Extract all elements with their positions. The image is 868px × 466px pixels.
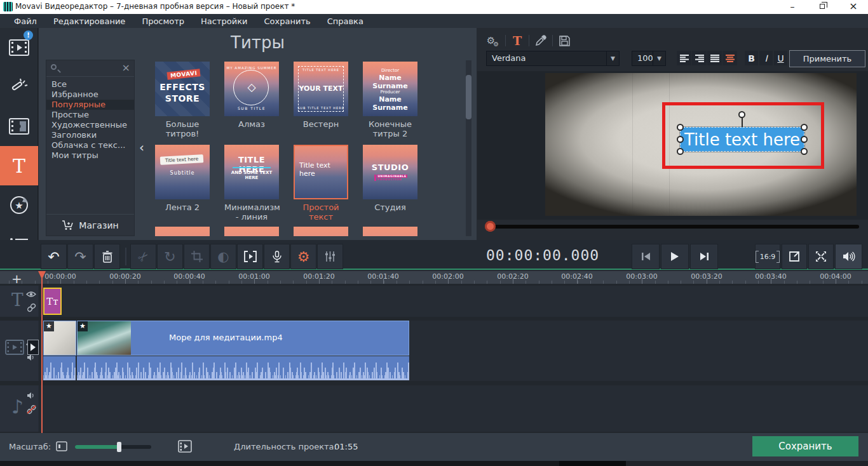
align-right-button[interactable] bbox=[692, 51, 707, 65]
resize-handle-top-left[interactable] bbox=[677, 124, 684, 131]
category-artistic[interactable]: Художественные bbox=[46, 120, 134, 130]
font-family-select[interactable]: Verdana ▼ bbox=[486, 51, 620, 66]
transition-marker[interactable] bbox=[27, 340, 39, 355]
color-picker-button[interactable] bbox=[533, 33, 548, 48]
sidebar-item-filters[interactable] bbox=[0, 67, 38, 107]
timeline-ruler[interactable]: 00:00:00 00:00:20 00:00:40 00:01:00 00:0… bbox=[0, 271, 868, 284]
aspect-ratio-button[interactable]: 16:9 bbox=[755, 244, 780, 269]
minimize-button[interactable]: – bbox=[778, 0, 807, 14]
menu-edit[interactable]: Редактирование bbox=[46, 15, 133, 27]
template-end-credits-2[interactable]: Director Name Surname Producer Name Surn… bbox=[363, 62, 417, 138]
resize-handle-mid-left[interactable] bbox=[677, 136, 684, 143]
category-simple[interactable]: Простые bbox=[46, 110, 134, 120]
template-ribbon-2[interactable]: Title text here Subtitle Лента 2 bbox=[155, 145, 210, 212]
playhead-line[interactable] bbox=[41, 271, 43, 433]
bold-button[interactable]: B bbox=[745, 51, 758, 65]
category-my-titles[interactable]: Мои титры bbox=[46, 150, 134, 161]
color-adjust-button[interactable]: ◐ bbox=[210, 244, 236, 269]
category-favorites[interactable]: Избранное bbox=[46, 90, 134, 100]
video-clip-2[interactable]: ★ Море для медитации.mp4 bbox=[77, 321, 409, 356]
split-button[interactable]: ✂ bbox=[130, 244, 156, 269]
timeline-zoom-slider[interactable] bbox=[75, 445, 151, 449]
next-frame-button[interactable] bbox=[690, 244, 718, 269]
text-properties-button[interactable]: T bbox=[510, 33, 525, 48]
template-minimalism-line[interactable]: TITLE HERE AND SOME TEXT HERE Минимализм… bbox=[224, 145, 279, 222]
template-partial[interactable] bbox=[155, 227, 210, 236]
playhead-marker[interactable] bbox=[38, 271, 46, 279]
video-clip-1[interactable]: ★ bbox=[43, 321, 76, 356]
audio-track-unlink-toggle[interactable] bbox=[27, 404, 36, 415]
previous-frame-button[interactable] bbox=[632, 244, 660, 269]
delete-button[interactable] bbox=[94, 244, 120, 269]
title-track-visibility-toggle[interactable] bbox=[26, 291, 36, 298]
search-input[interactable] bbox=[62, 62, 119, 74]
detach-preview-button[interactable] bbox=[782, 244, 807, 269]
template-diamond[interactable]: MY AMAZING SUMMER ◇ SUB TITLE Алмаз bbox=[224, 62, 279, 129]
templates-scrollbar[interactable] bbox=[466, 60, 471, 236]
template-partial[interactable] bbox=[363, 227, 417, 236]
audio-waveform-2[interactable] bbox=[77, 356, 409, 380]
resize-handle-bottom-left[interactable] bbox=[677, 148, 684, 155]
crop-button[interactable] bbox=[184, 244, 210, 269]
record-audio-button[interactable] bbox=[264, 244, 290, 269]
category-popular[interactable]: Популярные bbox=[46, 100, 134, 110]
resize-handle-bottom-right[interactable] bbox=[801, 148, 808, 155]
template-studio[interactable]: STUDIOUNIMAGINABLEPRODUCTION Студия bbox=[363, 145, 417, 212]
sidebar-item-stickers[interactable]: ★ bbox=[0, 185, 38, 225]
font-size-select[interactable]: 100 ▼ bbox=[632, 51, 666, 66]
rotate-button[interactable]: ↻ bbox=[157, 244, 183, 269]
align-justify-button[interactable] bbox=[707, 51, 722, 65]
collapse-panel-icon[interactable]: ‹ bbox=[139, 140, 144, 155]
close-button[interactable]: × bbox=[839, 0, 868, 14]
sidebar-item-transitions[interactable] bbox=[0, 107, 38, 146]
transition-wizard-button[interactable] bbox=[237, 244, 263, 269]
template-more-titles[interactable]: MOVAVI EFFECTS STORE Больше титров! bbox=[155, 62, 210, 138]
template-western[interactable]: TITLE TEXT HERE YOUR TEXT SUB TITLE TEXT… bbox=[294, 62, 348, 129]
audio-levels-button[interactable] bbox=[317, 244, 343, 269]
align-left-button[interactable] bbox=[677, 51, 691, 65]
apply-button[interactable]: Применить bbox=[789, 50, 865, 67]
menu-help[interactable]: Справка bbox=[320, 15, 371, 27]
italic-button[interactable]: I bbox=[759, 51, 773, 65]
audio-track-mute-toggle[interactable] bbox=[27, 392, 36, 399]
redo-button[interactable]: ↷ bbox=[67, 244, 93, 269]
category-headings[interactable]: Заголовки bbox=[46, 130, 134, 140]
menu-file[interactable]: Файл bbox=[6, 15, 44, 27]
scrollbar-thumb[interactable] bbox=[466, 75, 471, 119]
zoom-out-button[interactable] bbox=[56, 441, 67, 451]
clip-settings-button[interactable]: ⚙ bbox=[290, 244, 316, 269]
resize-handle-mid-right[interactable] bbox=[801, 136, 808, 143]
restore-button[interactable] bbox=[808, 0, 837, 14]
undo-button[interactable]: ↶ bbox=[41, 244, 67, 269]
audio-waveform-1[interactable] bbox=[43, 356, 76, 380]
play-button[interactable] bbox=[661, 244, 689, 269]
menu-save[interactable]: Сохранить bbox=[257, 15, 318, 27]
save-preset-button[interactable] bbox=[557, 33, 572, 48]
sidebar-item-media[interactable]: ! bbox=[0, 28, 38, 67]
category-speech-bubbles[interactable]: Облачка с текс... bbox=[46, 140, 134, 150]
underline-button[interactable]: U bbox=[774, 51, 787, 65]
resize-handle-top-right[interactable] bbox=[801, 124, 808, 131]
title-track-link-toggle[interactable] bbox=[27, 303, 36, 312]
clear-search-icon[interactable]: × bbox=[122, 62, 130, 74]
fullscreen-button[interactable] bbox=[808, 244, 834, 269]
title-text-box[interactable]: Title text here bbox=[680, 127, 804, 152]
export-save-button[interactable]: Сохранить bbox=[752, 436, 858, 456]
volume-button[interactable] bbox=[835, 244, 862, 269]
template-partial[interactable] bbox=[224, 227, 279, 236]
sidebar-item-titles[interactable]: T bbox=[0, 146, 38, 185]
seek-bar[interactable] bbox=[488, 225, 859, 229]
seek-thumb[interactable] bbox=[485, 221, 496, 232]
slider-handle[interactable] bbox=[117, 442, 121, 452]
title-clip[interactable]: Tт bbox=[43, 288, 62, 315]
store-button[interactable]: Магазин bbox=[46, 214, 134, 236]
menu-settings[interactable]: Настройки bbox=[193, 15, 255, 27]
template-simple-text[interactable]: Title text here Простой текст bbox=[294, 145, 348, 222]
add-track-button[interactable]: + bbox=[11, 271, 22, 286]
zoom-in-button[interactable] bbox=[178, 440, 192, 453]
template-partial[interactable] bbox=[294, 227, 348, 236]
menu-view[interactable]: Просмотр bbox=[134, 15, 192, 27]
category-all[interactable]: Все bbox=[46, 79, 134, 90]
clip-properties-button[interactable]: ⚙⚙ bbox=[486, 33, 501, 48]
rotation-handle[interactable] bbox=[738, 111, 745, 118]
